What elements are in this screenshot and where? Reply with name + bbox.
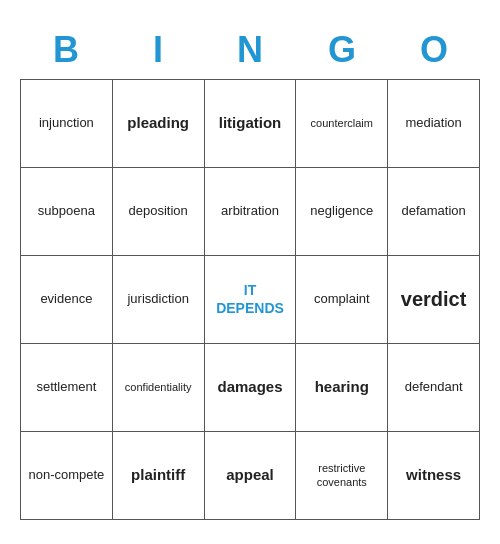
bingo-cell: subpoena <box>21 168 113 256</box>
bingo-cell: arbitration <box>205 168 297 256</box>
bingo-cell: witness <box>388 432 480 520</box>
bingo-cell: pleading <box>113 80 205 168</box>
bingo-letter: G <box>296 25 388 75</box>
bingo-cell: counterclaim <box>296 80 388 168</box>
bingo-cell: deposition <box>113 168 205 256</box>
bingo-cell: settlement <box>21 344 113 432</box>
bingo-letter: O <box>388 25 480 75</box>
bingo-cell: damages <box>205 344 297 432</box>
bingo-header: BINGO <box>20 25 480 75</box>
bingo-cell: litigation <box>205 80 297 168</box>
bingo-cell: negligence <box>296 168 388 256</box>
bingo-cell: plaintiff <box>113 432 205 520</box>
bingo-letter: I <box>112 25 204 75</box>
bingo-cell: restrictive covenants <box>296 432 388 520</box>
bingo-grid: injunctionpleadinglitigationcounterclaim… <box>20 79 480 520</box>
bingo-letter: B <box>20 25 112 75</box>
bingo-cell: injunction <box>21 80 113 168</box>
bingo-cell: appeal <box>205 432 297 520</box>
bingo-cell: jurisdiction <box>113 256 205 344</box>
bingo-cell: non-compete <box>21 432 113 520</box>
bingo-card: BINGO injunctionpleadinglitigationcounte… <box>10 15 490 530</box>
bingo-cell: mediation <box>388 80 480 168</box>
bingo-cell: hearing <box>296 344 388 432</box>
bingo-cell: defendant <box>388 344 480 432</box>
bingo-letter: N <box>204 25 296 75</box>
bingo-cell: defamation <box>388 168 480 256</box>
bingo-cell: confidentiality <box>113 344 205 432</box>
bingo-cell: IT DEPENDS <box>205 256 297 344</box>
bingo-cell: evidence <box>21 256 113 344</box>
bingo-cell: verdict <box>388 256 480 344</box>
bingo-cell: complaint <box>296 256 388 344</box>
